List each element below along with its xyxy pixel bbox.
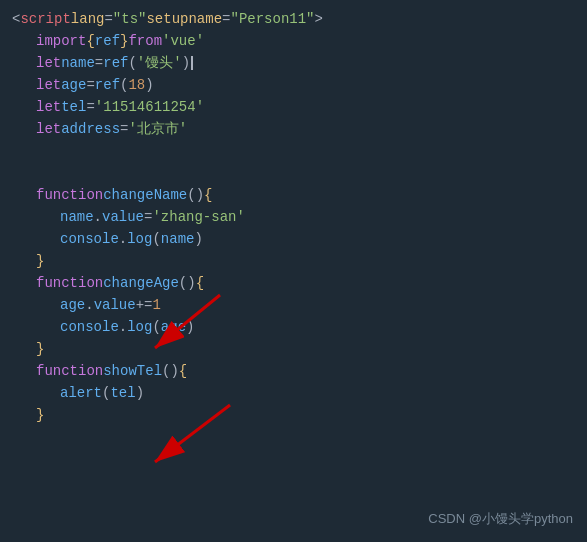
token: { bbox=[86, 30, 94, 52]
code-line: alert(tel) bbox=[0, 382, 587, 404]
token: = bbox=[120, 118, 128, 140]
token: tel bbox=[61, 96, 86, 118]
code-line: age.value += 1 bbox=[0, 294, 587, 316]
token: age bbox=[61, 74, 86, 96]
token: } bbox=[36, 250, 44, 272]
token: += bbox=[136, 294, 153, 316]
code-line bbox=[0, 162, 587, 184]
token: = bbox=[95, 52, 103, 74]
token: = bbox=[222, 8, 230, 30]
token: name bbox=[60, 206, 94, 228]
token: . bbox=[119, 228, 127, 250]
code-line: let age = ref(18) bbox=[0, 74, 587, 96]
token: '北京市' bbox=[128, 118, 187, 140]
token: log bbox=[127, 316, 152, 338]
token: function bbox=[36, 360, 103, 382]
token: "Person11" bbox=[230, 8, 314, 30]
code-line: console.log(age) bbox=[0, 316, 587, 338]
token: . bbox=[85, 294, 93, 316]
token: setup bbox=[146, 8, 188, 30]
code-line: <script lang="ts" setup name="Person11"> bbox=[0, 8, 587, 30]
token: ( bbox=[102, 382, 110, 404]
token: = bbox=[144, 206, 152, 228]
code-line: function showTel() { bbox=[0, 360, 587, 382]
token: . bbox=[94, 206, 102, 228]
code-line: function changeAge() { bbox=[0, 272, 587, 294]
token: } bbox=[120, 30, 128, 52]
token: value bbox=[102, 206, 144, 228]
token: . bbox=[119, 316, 127, 338]
token: age bbox=[161, 316, 186, 338]
token: from bbox=[128, 30, 162, 52]
watermark: CSDN @小馒头学python bbox=[428, 510, 573, 528]
token: value bbox=[94, 294, 136, 316]
token: function bbox=[36, 272, 103, 294]
token: () bbox=[162, 360, 179, 382]
token: changeName bbox=[103, 184, 187, 206]
token: ( bbox=[152, 316, 160, 338]
token: name bbox=[188, 8, 222, 30]
token: > bbox=[315, 8, 323, 30]
token: let bbox=[36, 52, 61, 74]
code-line bbox=[0, 140, 587, 162]
code-line: let address = '北京市' bbox=[0, 118, 587, 140]
token: name bbox=[61, 52, 95, 74]
code-line: console.log(name) bbox=[0, 228, 587, 250]
token: = bbox=[86, 96, 94, 118]
code-line: let tel = '11514611254' bbox=[0, 96, 587, 118]
token: changeAge bbox=[103, 272, 179, 294]
token: ) bbox=[145, 74, 153, 96]
token: console bbox=[60, 316, 119, 338]
token: console bbox=[60, 228, 119, 250]
code-line: function changeName() { bbox=[0, 184, 587, 206]
token: let bbox=[36, 74, 61, 96]
token: age bbox=[60, 294, 85, 316]
token: showTel bbox=[103, 360, 162, 382]
token: '11514611254' bbox=[95, 96, 204, 118]
token: script bbox=[20, 8, 70, 30]
token: log bbox=[127, 228, 152, 250]
token: ) bbox=[194, 228, 202, 250]
token: name bbox=[161, 228, 195, 250]
token: 1 bbox=[152, 294, 160, 316]
token: lang bbox=[71, 8, 105, 30]
code-line: name.value = 'zhang-san' bbox=[0, 206, 587, 228]
token: { bbox=[179, 360, 187, 382]
token: ) bbox=[136, 382, 144, 404]
token: import bbox=[36, 30, 86, 52]
code-line: } bbox=[0, 250, 587, 272]
token: = bbox=[86, 74, 94, 96]
token: } bbox=[36, 404, 44, 426]
code-line: import {ref} from 'vue' bbox=[0, 30, 587, 52]
token: () bbox=[179, 272, 196, 294]
token: { bbox=[204, 184, 212, 206]
token: let bbox=[36, 118, 61, 140]
token: tel bbox=[110, 382, 135, 404]
token: let bbox=[36, 96, 61, 118]
token: ref bbox=[95, 30, 120, 52]
token: 'zhang-san' bbox=[152, 206, 244, 228]
token: ) bbox=[186, 316, 194, 338]
token: 'vue' bbox=[162, 30, 204, 52]
token: ref bbox=[95, 74, 120, 96]
code-line: let name = ref('馒头') bbox=[0, 52, 587, 74]
token: { bbox=[196, 272, 204, 294]
token: function bbox=[36, 184, 103, 206]
token: '馒头' bbox=[137, 52, 182, 74]
token: ( bbox=[152, 228, 160, 250]
token: alert bbox=[60, 382, 102, 404]
token: () bbox=[187, 184, 204, 206]
token: address bbox=[61, 118, 120, 140]
code-line: } bbox=[0, 404, 587, 426]
token: "ts" bbox=[113, 8, 147, 30]
token: ( bbox=[120, 74, 128, 96]
token: ) bbox=[182, 52, 190, 74]
token: = bbox=[104, 8, 112, 30]
code-line: } bbox=[0, 338, 587, 360]
token: } bbox=[36, 338, 44, 360]
code-block: <script lang="ts" setup name="Person11">… bbox=[0, 0, 587, 434]
token: < bbox=[12, 8, 20, 30]
token: ref bbox=[103, 52, 128, 74]
token: ( bbox=[128, 52, 136, 74]
token: 18 bbox=[128, 74, 145, 96]
